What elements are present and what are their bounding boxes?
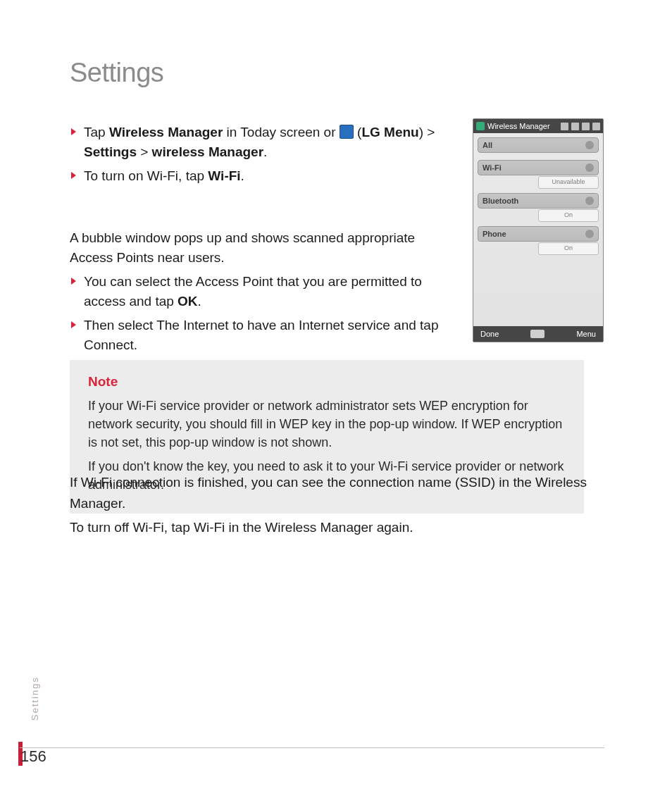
label: Wi-Fi [483, 163, 502, 172]
row-wifi-group: Wi-Fi Unavailable [478, 160, 599, 189]
text: You can select the Access Point that you… [84, 274, 422, 309]
section-side-label: Settings [30, 676, 40, 721]
bullet-wireless-manager: Tap Wireless Manager in Today screen or … [70, 123, 461, 162]
volume-icon [582, 123, 590, 130]
row-bluetooth: Bluetooth [478, 193, 599, 209]
row-bluetooth-status: On [538, 209, 599, 222]
note-paragraph: If your Wi-Fi service provider or networ… [88, 397, 566, 452]
bullet-marker-icon [71, 321, 76, 328]
windows-logo-icon [476, 122, 485, 130]
bold: LG Menu [361, 125, 418, 139]
close-icon [592, 123, 600, 130]
page-title: Settings [70, 58, 163, 88]
main-content: Tap Wireless Manager in Today screen or … [70, 123, 461, 365]
text: Then select The Internet to have an Inte… [84, 318, 438, 352]
softkey-done: Done [480, 330, 499, 338]
text: To turn on Wi-Fi, tap [84, 168, 208, 183]
text: ) > [419, 125, 435, 139]
row-phone-status: On [538, 242, 599, 255]
softkey-menu: Menu [576, 330, 596, 338]
screenshot-title: Wireless Manager [487, 122, 550, 130]
bold: wireless Manager [152, 144, 263, 159]
bold: Wireless Manager [109, 125, 223, 139]
paragraph-bubble-window: A bubble window pops up and shows scanne… [70, 228, 461, 268]
row-all: All [478, 137, 599, 153]
wifi-icon [585, 163, 594, 172]
power-icon [585, 141, 594, 149]
row-wifi: Wi-Fi [478, 160, 599, 175]
label: Bluetooth [483, 197, 518, 205]
text: . [241, 168, 244, 183]
closing-paragraphs: If Wi-Fi connection is finished, you can… [70, 472, 598, 541]
bullet-select-access-point: You can select the Access Point that you… [70, 272, 461, 311]
bluetooth-icon [585, 197, 594, 205]
paragraph: If Wi-Fi connection is finished, you can… [70, 472, 598, 514]
sync-icon [561, 123, 568, 130]
bold: OK [178, 294, 198, 309]
screenshot-body: All Wi-Fi Unavailable Bluetooth On Phone… [473, 133, 603, 263]
instruction-list-2: You can select the Access Point that you… [70, 272, 461, 355]
bullet-marker-icon [71, 278, 76, 285]
label: Phone [483, 230, 506, 238]
bold: Wi-Fi [208, 168, 240, 183]
bullet-marker-icon [71, 172, 76, 179]
bold: Settings [84, 144, 137, 159]
row-bluetooth-group: Bluetooth On [478, 193, 599, 222]
wireless-manager-screenshot: Wireless Manager All Wi-Fi Unavailable B… [473, 118, 604, 342]
note-title: Note [88, 373, 566, 391]
label: All [483, 141, 492, 149]
text: . [198, 294, 201, 309]
phone-icon [585, 230, 594, 238]
text: . [263, 144, 267, 159]
bullet-turn-on-wifi: To turn on Wi-Fi, tap Wi-Fi. [70, 166, 461, 186]
bullet-marker-icon [71, 128, 76, 135]
page-number: 156 [20, 747, 46, 766]
bullet-select-internet: Then select The Internet to have an Inte… [70, 316, 461, 355]
text: in Today screen or [223, 125, 339, 139]
row-phone: Phone [478, 226, 599, 242]
paragraph: To turn off Wi-Fi, tap Wi-Fi in the Wire… [70, 517, 598, 538]
text: > [137, 144, 152, 159]
row-wifi-status: Unavailable [538, 176, 599, 189]
instruction-list: Tap Wireless Manager in Today screen or … [70, 123, 461, 186]
signal-icon [571, 123, 579, 130]
keyboard-icon [530, 330, 545, 338]
row-phone-group: Phone On [478, 226, 599, 255]
screenshot-titlebar: Wireless Manager [473, 119, 603, 133]
footer-divider [20, 747, 604, 748]
text: Tap [84, 125, 109, 139]
screenshot-bottombar: Done Menu [473, 326, 603, 342]
windows-start-icon [340, 125, 354, 139]
